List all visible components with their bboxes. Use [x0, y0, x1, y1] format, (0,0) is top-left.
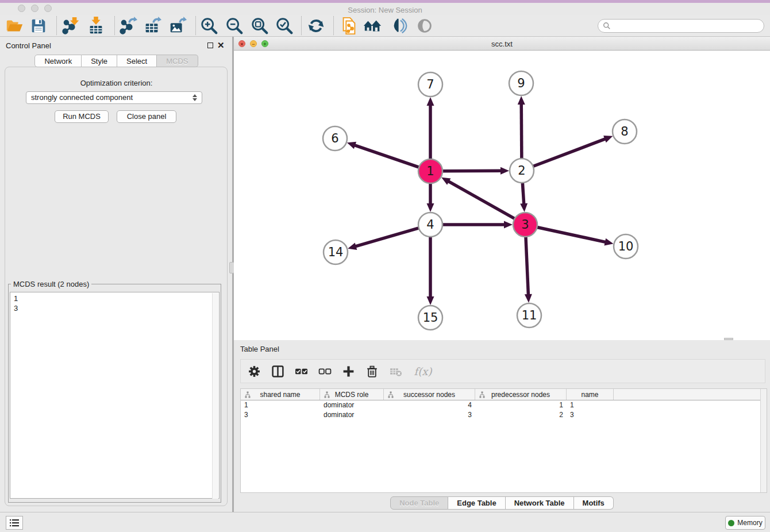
graph-edge-1-2[interactable]	[442, 171, 502, 171]
home-icon	[363, 16, 383, 36]
task-history-button[interactable]	[6, 516, 23, 530]
graph-edge-1-6[interactable]	[354, 145, 419, 167]
import-network-button[interactable]	[60, 16, 82, 36]
window-title: Session: New Session	[0, 6, 770, 14]
table-cell[interactable]: 3	[241, 410, 320, 420]
export-image-button[interactable]	[167, 16, 188, 36]
float-panel-icon[interactable]	[207, 43, 213, 48]
graph-edge-2-9[interactable]	[521, 103, 522, 159]
zoom-fit-button[interactable]	[249, 16, 271, 36]
table-panel-title: Table Panel	[240, 345, 279, 353]
tab-network[interactable]: Network	[34, 55, 82, 67]
column-header-name[interactable]: name	[567, 389, 614, 400]
tab-select[interactable]: Select	[117, 55, 157, 67]
zoom-out-button[interactable]	[224, 16, 245, 36]
table-panel: Table Panel ✕	[234, 341, 770, 512]
table-row[interactable]: 3dominator323	[241, 410, 767, 420]
graph-edge-arrow	[500, 167, 509, 175]
network-canvas[interactable]: 7968124314101511	[234, 51, 770, 340]
export-table-button[interactable]	[141, 16, 163, 36]
memory-button[interactable]: Memory	[725, 516, 765, 530]
show-details-button[interactable]	[414, 16, 436, 36]
search-field	[598, 19, 764, 33]
select-all-button[interactable]	[294, 364, 309, 379]
table-body: 1dominator4113dominator323	[241, 400, 767, 420]
zoom-selected-button[interactable]	[274, 16, 295, 36]
optimization-criterion-select[interactable]: strongly connected component	[26, 91, 202, 104]
column-header-MCDS-role[interactable]: MCDS role	[320, 389, 384, 400]
toolbar-separator	[56, 16, 57, 35]
graph-edge-2-8[interactable]	[533, 138, 606, 166]
tab-node-table[interactable]: Node Table	[390, 496, 448, 510]
table-cell[interactable]: dominator	[320, 400, 384, 410]
graph-node-label: 1	[426, 164, 434, 178]
gear-icon	[248, 365, 261, 378]
graph-node-label: 3	[521, 218, 529, 232]
columns-icon	[271, 365, 284, 378]
eye-icon	[415, 16, 434, 36]
refresh-icon	[306, 16, 326, 36]
graph-edge-4-14[interactable]	[355, 228, 419, 246]
tab-style[interactable]: Style	[82, 55, 117, 67]
table-cell[interactable]: dominator	[320, 410, 384, 420]
deselect-all-button[interactable]	[317, 364, 332, 379]
graph-node-label: 14	[328, 245, 344, 259]
table-cell[interactable]: 3	[384, 410, 475, 420]
mcds-result-text[interactable]: 1 3	[10, 292, 220, 499]
graph-edge-arrow	[427, 296, 434, 305]
add-column-button[interactable]	[341, 364, 356, 379]
table-cell[interactable]: 2	[475, 410, 567, 420]
column-browser-button[interactable]	[270, 364, 285, 379]
close-panel-icon[interactable]: ✕	[217, 42, 225, 49]
table-row[interactable]: 1dominator411	[241, 400, 767, 410]
graph-edge-2-3[interactable]	[522, 183, 523, 205]
column-header-shared-name[interactable]: shared name	[241, 389, 320, 400]
list-icon	[9, 518, 20, 527]
graph-edge-3-1[interactable]	[448, 181, 514, 219]
graph-edge-3-11[interactable]	[526, 237, 529, 295]
refresh-layout-button[interactable]	[305, 16, 327, 36]
import-table-button[interactable]	[85, 16, 107, 36]
zoom-selected-icon	[275, 16, 294, 36]
table-scrollbar[interactable]	[760, 389, 767, 493]
table-header-row: shared nameMCDS rolesuccessor nodesprede…	[241, 389, 767, 400]
zoom-in-icon	[199, 16, 219, 36]
table-cell[interactable]: 4	[384, 400, 475, 410]
table-cell[interactable]: 1	[241, 400, 320, 410]
run-mcds-button[interactable]: Run MCDS	[55, 110, 109, 123]
clone-network-button[interactable]	[338, 16, 360, 36]
network-window-titlebar: × − + scc.txt	[234, 37, 770, 51]
graph-edge-3-10[interactable]	[537, 227, 606, 242]
column-header-predecessor-nodes[interactable]: predecessor nodes	[475, 389, 567, 400]
zoom-in-button[interactable]	[198, 16, 220, 36]
table-cell[interactable]: 1	[567, 400, 614, 410]
go-home-button[interactable]	[362, 16, 384, 36]
search-input[interactable]	[614, 22, 764, 30]
save-session-button[interactable]	[28, 16, 49, 36]
graph-node-label: 9	[517, 76, 525, 90]
checkboxes-unchecked-icon	[318, 365, 332, 378]
hide-details-button[interactable]	[388, 16, 410, 36]
open-session-button[interactable]	[3, 16, 25, 36]
tab-edge-table[interactable]: Edge Table	[448, 496, 505, 510]
save-icon	[29, 16, 48, 36]
toolbar-separator	[301, 16, 302, 35]
table-cell[interactable]: 1	[475, 400, 567, 410]
column-attribute-icon	[324, 391, 330, 398]
delete-column-button[interactable]	[364, 364, 379, 379]
tab-network-table[interactable]: Network Table	[506, 496, 574, 510]
table-settings-button[interactable]	[247, 364, 261, 379]
result-scrollbar[interactable]	[212, 293, 218, 499]
tab-mcds[interactable]: MCDS	[157, 55, 198, 67]
export-network-button[interactable]	[117, 16, 139, 36]
node-table[interactable]: shared nameMCDS rolesuccessor nodesprede…	[240, 388, 767, 493]
export-network-icon	[118, 16, 138, 36]
zoom-fit-icon	[250, 16, 270, 36]
eye-slash-icon	[390, 16, 409, 36]
close-panel-button[interactable]: Close panel	[117, 110, 176, 123]
column-header-successor-nodes[interactable]: successor nodes	[384, 389, 475, 400]
tab-motifs[interactable]: Motifs	[574, 496, 614, 510]
network-splitter-handle[interactable]	[724, 338, 733, 340]
table-cell[interactable]: 3	[567, 410, 614, 420]
graph-node-label: 15	[423, 311, 438, 325]
